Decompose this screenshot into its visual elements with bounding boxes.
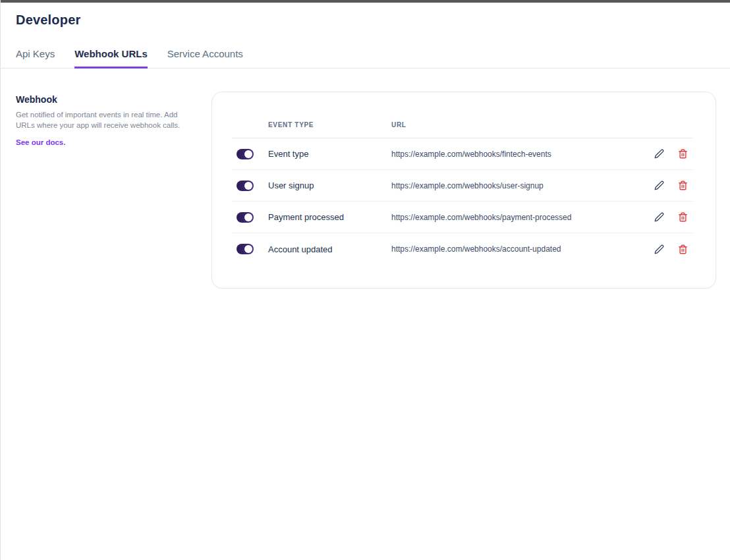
row-actions xyxy=(643,181,693,190)
table-row: Account updated https://example.com/webh… xyxy=(232,233,693,265)
toggle-cell xyxy=(232,244,268,254)
webhook-enabled-toggle[interactable] xyxy=(237,149,254,159)
url-cell: https://example.com/webhooks/payment-pro… xyxy=(391,213,643,222)
delete-webhook-button[interactable] xyxy=(678,244,688,254)
webhook-enabled-toggle[interactable] xyxy=(237,212,254,223)
toggle-knob xyxy=(244,213,252,221)
toggle-cell xyxy=(232,149,268,159)
column-header-event-type: Event Type xyxy=(268,121,391,128)
event-type-cell: Event type xyxy=(268,149,391,159)
main-content: Webhook Get notified of important events… xyxy=(1,69,730,289)
toggle-knob xyxy=(244,182,252,190)
url-cell: https://example.com/webhooks/account-upd… xyxy=(391,244,643,254)
page-header: Developer xyxy=(1,3,730,28)
webhook-sidebar: Webhook Get notified of important events… xyxy=(1,69,211,148)
docs-link[interactable]: See our docs. xyxy=(16,138,65,146)
event-type-cell: Payment processed xyxy=(268,212,391,222)
edit-pencil-icon xyxy=(654,149,664,159)
delete-trash-icon xyxy=(678,244,688,254)
page-title: Developer xyxy=(16,13,715,28)
toggle-cell xyxy=(232,212,268,223)
tab-webhook-urls[interactable]: Webhook URLs xyxy=(74,48,148,69)
delete-webhook-button[interactable] xyxy=(678,149,688,159)
delete-trash-icon xyxy=(678,181,688,190)
sidebar-description: Get notified of important events in real… xyxy=(16,110,182,130)
delete-trash-icon xyxy=(678,212,688,222)
table-row: User signup https://example.com/webhooks… xyxy=(232,170,693,202)
edit-webhook-button[interactable] xyxy=(654,181,664,190)
edit-webhook-button[interactable] xyxy=(654,149,664,159)
delete-webhook-button[interactable] xyxy=(678,212,688,222)
toggle-knob xyxy=(244,150,252,158)
row-actions xyxy=(643,149,693,159)
delete-webhook-button[interactable] xyxy=(678,181,688,190)
url-cell: https://example.com/webhooks/fintech-eve… xyxy=(391,150,643,159)
column-header-url: URL xyxy=(391,121,643,128)
table-header-row: Event Type URL xyxy=(232,112,693,138)
tab-service-accounts[interactable]: Service Accounts xyxy=(167,48,243,69)
toggle-knob xyxy=(244,245,252,253)
edit-pencil-icon xyxy=(654,244,664,254)
delete-trash-icon xyxy=(678,149,688,159)
table-row: Event type https://example.com/webhooks/… xyxy=(232,138,693,170)
tab-api-keys[interactable]: Api Keys xyxy=(16,48,55,69)
edit-webhook-button[interactable] xyxy=(654,244,664,254)
webhooks-card: Event Type URL Event type https://exampl… xyxy=(211,92,716,289)
edit-webhook-button[interactable] xyxy=(654,212,664,222)
webhook-enabled-toggle[interactable] xyxy=(237,244,254,254)
event-type-cell: Account updated xyxy=(268,244,391,254)
tab-bar: Api Keys Webhook URLs Service Accounts xyxy=(1,48,730,69)
toggle-cell xyxy=(232,181,268,191)
edit-pencil-icon xyxy=(654,212,664,222)
webhook-enabled-toggle[interactable] xyxy=(237,181,254,191)
webhook-table-body: Event type https://example.com/webhooks/… xyxy=(232,138,693,265)
row-actions xyxy=(643,212,693,222)
url-cell: https://example.com/webhooks/user-signup xyxy=(391,181,643,190)
row-actions xyxy=(643,244,693,254)
edit-pencil-icon xyxy=(654,181,664,190)
sidebar-heading: Webhook xyxy=(16,94,211,105)
event-type-cell: User signup xyxy=(268,181,391,190)
table-row: Payment processed https://example.com/we… xyxy=(232,202,693,233)
